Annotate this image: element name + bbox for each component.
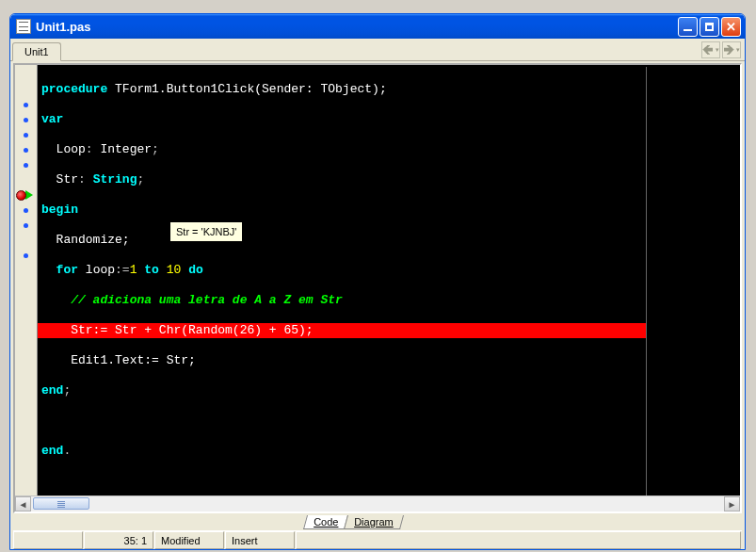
statusbar: 35: 1 Modified Insert bbox=[13, 530, 742, 549]
bookmark-dot-icon bbox=[24, 253, 28, 258]
bookmark-dot-icon bbox=[24, 103, 28, 107]
close-button[interactable]: ✕ bbox=[721, 17, 741, 37]
gutter[interactable] bbox=[15, 65, 38, 495]
bookmark-dot-icon bbox=[24, 148, 28, 153]
tab-code[interactable]: Code bbox=[303, 515, 348, 529]
bookmark-dot-icon bbox=[24, 118, 28, 122]
status-insert-mode: Insert bbox=[225, 531, 295, 549]
file-icon bbox=[16, 19, 31, 34]
scroll-track[interactable] bbox=[31, 496, 724, 511]
status-cell-blank bbox=[13, 531, 83, 549]
scroll-thumb[interactable] bbox=[33, 497, 89, 510]
file-tab-row: Unit1 🡸▾ 🡺▾ bbox=[10, 39, 745, 61]
file-tab-unit1[interactable]: Unit1 bbox=[12, 42, 61, 61]
editor-area: procedure TForm1.Button1Click(Sender: TO… bbox=[10, 61, 745, 549]
status-cursor-position: 35: 1 bbox=[84, 531, 153, 549]
right-margin bbox=[646, 67, 740, 495]
breakpoint-icon[interactable] bbox=[16, 190, 26, 201]
bookmark-dot-icon bbox=[24, 208, 28, 213]
window-title: Unit1.pas bbox=[36, 20, 678, 34]
nav-back-button[interactable]: 🡸▾ bbox=[701, 41, 720, 58]
scroll-right-button[interactable]: ► bbox=[724, 496, 740, 511]
code-editor[interactable]: procedure TForm1.Button1Click(Sender: TO… bbox=[38, 65, 740, 495]
execution-arrow-icon bbox=[25, 190, 33, 200]
editor-window: Unit1.pas ✕ Unit1 🡸▾ 🡺▾ bbox=[9, 13, 746, 550]
status-modified: Modified bbox=[154, 531, 224, 549]
current-line-highlight: Str:= Str + Chr(Random(26) + 65); bbox=[38, 323, 646, 338]
maximize-button[interactable] bbox=[700, 17, 719, 37]
bookmark-dot-icon bbox=[24, 223, 28, 228]
bookmark-dot-icon bbox=[24, 163, 28, 168]
status-cell-rest bbox=[296, 531, 741, 549]
titlebar[interactable]: Unit1.pas ✕ bbox=[10, 14, 745, 39]
horizontal-scrollbar[interactable]: ◄ ► bbox=[15, 495, 740, 511]
tab-diagram[interactable]: Diagram bbox=[344, 515, 404, 529]
view-tabs: Code Diagram bbox=[13, 513, 742, 530]
nav-forward-button[interactable]: 🡺▾ bbox=[722, 41, 741, 58]
minimize-button[interactable] bbox=[678, 17, 698, 37]
bookmark-dot-icon bbox=[24, 133, 28, 138]
scroll-left-button[interactable]: ◄ bbox=[15, 496, 31, 511]
debug-tooltip: Str = 'KJNBJ' bbox=[169, 221, 243, 242]
